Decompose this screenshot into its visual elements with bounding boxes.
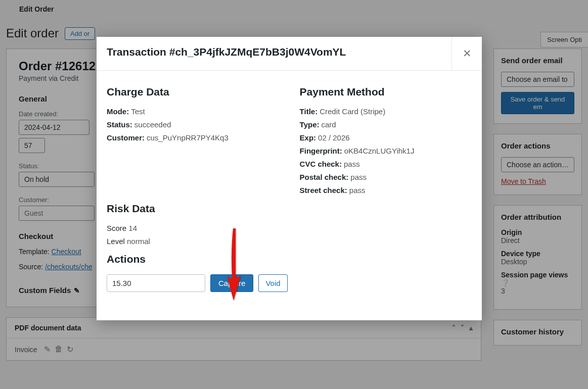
charge-data-heading: Charge Data bbox=[107, 86, 288, 98]
exp-value: 02 / 2026 bbox=[318, 133, 350, 142]
street-check-value: pass bbox=[349, 186, 366, 194]
mode-label: Mode: bbox=[107, 107, 129, 116]
customer-value: cus_PuYnpRR7PY4Kq3 bbox=[147, 133, 229, 142]
postal-check-label: Postal check: bbox=[300, 173, 349, 181]
void-button[interactable]: Void bbox=[258, 274, 287, 292]
fingerprint-label: Fingerprint: bbox=[300, 147, 342, 155]
title-label: Title: bbox=[300, 107, 318, 116]
actions-heading: Actions bbox=[107, 253, 288, 265]
postal-check-value: pass bbox=[350, 173, 367, 181]
risk-data-heading: Risk Data bbox=[107, 203, 288, 215]
exp-label: Exp: bbox=[300, 133, 316, 142]
customer-label: Customer: bbox=[107, 133, 145, 142]
street-check-label: Street check: bbox=[300, 186, 347, 194]
status-value: succeeded bbox=[134, 120, 171, 129]
capture-button[interactable]: Capture bbox=[210, 274, 253, 292]
mode-value: Test bbox=[131, 107, 145, 116]
title-value: Credit Card (Stripe) bbox=[320, 107, 385, 116]
status-label: Status: bbox=[107, 120, 132, 129]
cvc-check-label: CVC check: bbox=[300, 160, 342, 168]
type-value: card bbox=[321, 120, 336, 129]
level-value: normal bbox=[127, 237, 150, 246]
payment-method-heading: Payment Method bbox=[300, 86, 472, 98]
type-label: Type: bbox=[300, 120, 320, 129]
capture-amount-input[interactable] bbox=[107, 274, 205, 292]
modal-title: Transaction #ch_3P4jfkJZMqE7bB3j0W4VomYL bbox=[97, 37, 356, 70]
close-icon[interactable]: ✕ bbox=[451, 37, 482, 70]
transaction-modal: Transaction #ch_3P4jfkJZMqE7bB3j0W4VomYL… bbox=[97, 37, 482, 320]
level-label: Level bbox=[107, 237, 125, 246]
score-value: 14 bbox=[128, 224, 137, 232]
fingerprint-value: oKB4CznLUGYihk1J bbox=[344, 147, 415, 155]
cvc-check-value: pass bbox=[344, 160, 360, 168]
score-label: Score bbox=[107, 224, 126, 232]
